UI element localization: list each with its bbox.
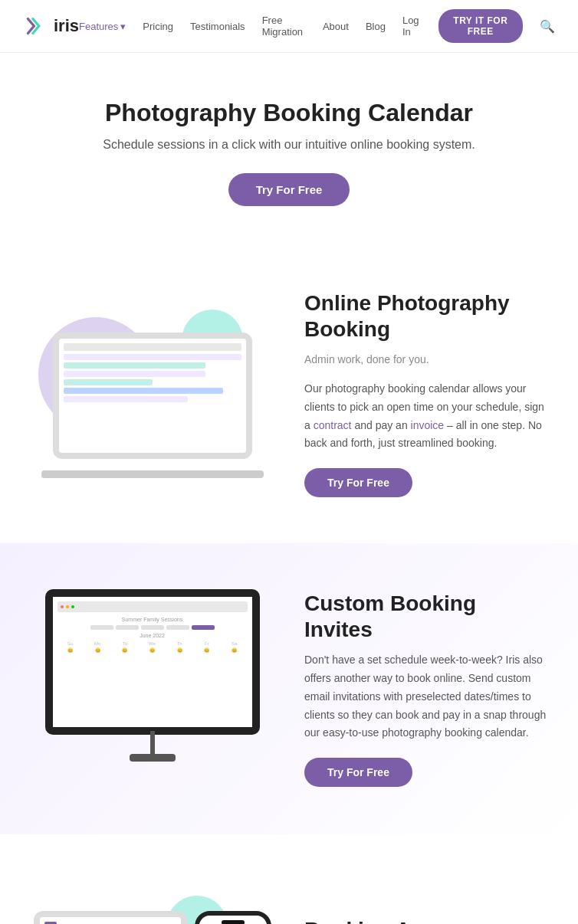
hero-cta-button[interactable]: Try For Free [228,173,350,206]
custom-invites-image: Summer Family Sessions June 2022 Su Mo T… [31,589,274,788]
logo-text: iris [54,16,79,36]
laptop-mockup [53,333,252,459]
online-booking-cta-button[interactable]: Try For Free [304,468,412,497]
nav-blog[interactable]: Blog [366,21,386,32]
navbar: iris Features ▾ Pricing Testimonials Fre… [0,0,578,53]
nav-free-migration[interactable]: Free Migration [262,15,306,38]
phone-notch [222,920,245,924]
monitor-mockup: Summer Family Sessions June 2022 Su Mo T… [45,589,260,735]
app-screens: iris Upcoming Events [34,911,271,924]
laptop-base [41,470,264,478]
online-booking-image [31,310,274,478]
booking-app-section: iris Upcoming Events [0,834,578,924]
custom-invites-section: Custom Booking Invites Don't have a set … [0,543,578,834]
custom-invites-cta-button[interactable]: Try For Free [304,758,412,787]
hero-subtitle: Schedule sessions in a click with our in… [31,138,547,152]
hero-title: Photography Booking Calendar [31,99,547,127]
nav-testimonials[interactable]: Testimonials [190,21,245,32]
online-booking-body: Our photography booking calendar allows … [304,380,547,453]
monitor-stand-neck [150,731,155,754]
hero-section: Photography Booking Calendar Schedule se… [0,53,578,244]
invoice-link[interactable]: invoice [411,419,445,431]
iris-logo-icon [23,14,48,38]
online-booking-section: Online Photography Booking Admin work, d… [0,244,578,543]
online-booking-title: Online Photography Booking [304,290,547,342]
monitor-stand-base [130,754,176,762]
nav-pricing[interactable]: Pricing [143,21,173,32]
online-booking-content: Online Photography Booking Admin work, d… [304,290,547,497]
monitor-screen: Summer Family Sessions June 2022 Su Mo T… [53,597,252,727]
app-laptop-mockup: iris [34,911,187,924]
booking-app-content: Booking App Now available for iOS and An… [304,917,547,924]
phone-mockup: Upcoming Events [195,911,271,924]
online-booking-admin-label: Admin work, done for you. [304,351,547,369]
search-button[interactable]: 🔍 [540,19,555,34]
logo[interactable]: iris [23,14,79,38]
booking-app-title: Booking App [304,917,547,924]
nav-login[interactable]: Log In [402,15,422,38]
chevron-down-icon: ▾ [120,21,126,32]
booking-app-image: iris Upcoming Events [31,896,274,924]
nav-links: Features ▾ Pricing Testimonials Free Mig… [79,9,555,43]
nav-features[interactable]: Features ▾ [79,21,126,32]
custom-invites-body: Don't have a set schedule week-to-week? … [304,651,547,742]
custom-invites-content: Custom Booking Invites Don't have a set … [304,591,547,787]
contract-link[interactable]: contract [314,419,352,431]
screen-content [59,339,246,453]
nav-cta-button[interactable]: TRY IT FOR FREE [438,9,523,43]
custom-invites-title: Custom Booking Invites [304,591,547,642]
nav-about[interactable]: About [323,21,349,32]
